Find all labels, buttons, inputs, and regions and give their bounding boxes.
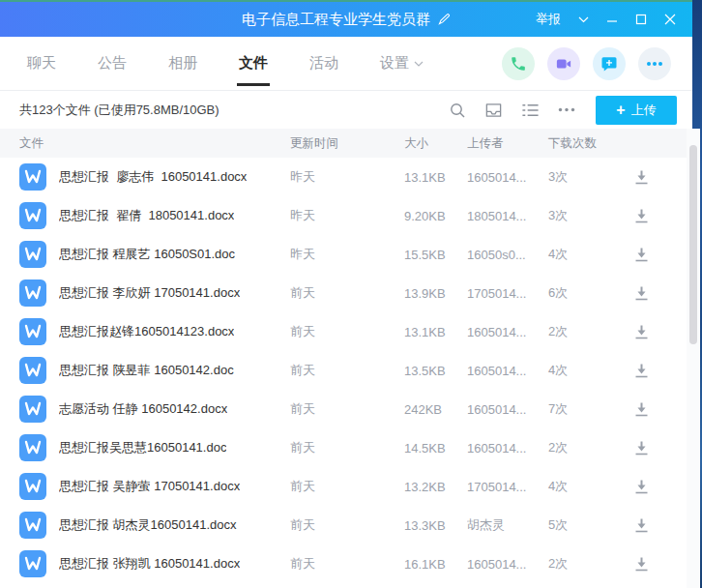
upload-button[interactable]: + 上传 <box>596 96 677 125</box>
table-row[interactable]: 思想汇报 程展艺 16050S01.doc 昨天 15.5KB 16050s0.… <box>0 235 692 274</box>
word-doc-icon <box>19 434 46 461</box>
tab-settings-label: 设置 <box>380 54 409 73</box>
table-row[interactable]: 思想汇报吴思慧16050141.doc 前天 14.5KB 1605014...… <box>0 428 692 467</box>
download-icon[interactable] <box>633 247 650 263</box>
video-call-button[interactable] <box>547 47 580 80</box>
group-file-window: 电子信息工程专业学生党员群 举报 <box>0 0 692 588</box>
file-updated-time: 昨天 <box>290 246 404 263</box>
file-name: 思想汇报 程展艺 16050S01.doc <box>59 246 235 263</box>
file-uploader: 1705014... <box>467 286 548 301</box>
file-uploader: 1605014... <box>467 402 548 417</box>
list-view-icon[interactable] <box>521 103 540 118</box>
file-download-count: 3次 <box>548 168 633 186</box>
download-icon[interactable] <box>633 208 650 224</box>
table-row[interactable]: 思想汇报赵锋1605014123.docx 前天 13.1KB 1605014.… <box>0 312 692 351</box>
file-size: 13.2KB <box>404 480 467 494</box>
table-row[interactable]: 思想汇报 廖志伟 16050141.docx 昨天 13.1KB 1605014… <box>0 158 692 196</box>
file-name: 思想汇报 陕昱菲 16050142.doc <box>59 362 234 379</box>
file-name: 思想汇报吴思慧16050141.doc <box>59 439 226 456</box>
download-icon[interactable] <box>633 401 650 418</box>
file-name: 志愿活动 任静 16050142.docx <box>59 400 227 418</box>
column-header-time: 更新时间 <box>290 135 404 152</box>
download-icon[interactable] <box>633 517 650 534</box>
file-updated-time: 昨天 <box>290 168 404 186</box>
word-doc-icon <box>19 512 46 539</box>
more-actions-button[interactable] <box>638 47 671 80</box>
table-row[interactable]: 思想汇报 张翔凯 16050141.docx 前天 16.1KB 1605014… <box>0 544 692 583</box>
share-to-chat-button[interactable] <box>593 47 626 80</box>
table-header: 文件 更新时间 大小 上传者 下载次数 <box>0 129 692 158</box>
more-options-icon[interactable] <box>558 107 575 112</box>
file-name: 思想汇报 廖志伟 16050141.docx <box>59 168 247 186</box>
download-icon[interactable] <box>633 479 650 495</box>
table-row[interactable]: 志愿活动 任静 16050142.docx 前天 242KB 1605014..… <box>0 390 692 428</box>
download-icon[interactable] <box>633 440 650 456</box>
file-updated-time: 前天 <box>290 400 404 418</box>
minimize-button[interactable] <box>598 1 627 38</box>
word-doc-icon <box>19 202 46 229</box>
file-name: 思想汇报 吴静萤 17050141.docx <box>59 478 240 495</box>
download-icon[interactable] <box>633 169 650 186</box>
voice-call-button[interactable] <box>502 47 535 80</box>
download-icon[interactable] <box>633 285 650 302</box>
chevron-down-icon[interactable] <box>570 1 598 38</box>
file-size: 15.5KB <box>404 248 467 262</box>
file-size: 16.1KB <box>404 557 467 572</box>
file-size: 13.3KB <box>404 518 467 533</box>
report-button[interactable]: 举报 <box>527 1 570 38</box>
word-doc-icon <box>19 396 46 423</box>
download-icon[interactable] <box>633 556 650 573</box>
table-row[interactable]: 思想汇报 李欣妍 17050141.docx 前天 13.9KB 1705014… <box>0 274 692 312</box>
tab-files[interactable]: 文件 <box>239 37 268 90</box>
download-icon[interactable] <box>633 363 650 379</box>
file-name: 思想汇报赵锋1605014123.docx <box>59 323 234 340</box>
file-updated-time: 前天 <box>290 284 404 302</box>
download-icon[interactable] <box>633 324 650 340</box>
column-header-downloads: 下载次数 <box>548 135 633 152</box>
table-row[interactable]: 思想汇报 陕昱菲 16050142.doc 前天 13.5KB 1605014.… <box>0 351 692 390</box>
column-header-file: 文件 <box>19 135 290 152</box>
file-size: 13.9KB <box>404 286 467 301</box>
scrollbar-thumb[interactable] <box>689 145 697 344</box>
file-download-count: 5次 <box>548 516 633 534</box>
file-download-count: 7次 <box>548 400 633 418</box>
window-title: 电子信息工程专业学生党员群 <box>242 11 430 29</box>
file-size: 242KB <box>404 402 467 417</box>
edit-title-icon[interactable] <box>437 13 451 26</box>
file-name: 思想汇报 张翔凯 16050141.docx <box>59 555 240 573</box>
file-name: 思想汇报 李欣妍 17050141.docx <box>59 284 240 302</box>
column-header-uploader: 上传者 <box>467 135 548 152</box>
file-uploader: 胡杰灵 <box>467 516 548 534</box>
message-plus-icon <box>600 55 618 73</box>
file-download-count: 4次 <box>548 246 633 263</box>
word-doc-icon <box>19 279 46 307</box>
titlebar: 电子信息工程专业学生党员群 举报 <box>0 0 692 37</box>
maximize-button[interactable] <box>627 1 656 38</box>
upload-button-label: 上传 <box>631 102 657 119</box>
inbox-icon[interactable] <box>484 102 503 119</box>
tab-activities[interactable]: 活动 <box>309 37 338 90</box>
file-uploader: 1605014... <box>467 557 548 572</box>
chevron-down-icon <box>414 61 424 67</box>
file-size: 14.5KB <box>404 441 467 456</box>
column-header-size: 大小 <box>404 135 467 152</box>
close-button[interactable] <box>656 1 685 38</box>
search-icon[interactable] <box>449 102 466 119</box>
table-row[interactable]: 思想汇报 吴静萤 17050141.docx 前天 13.2KB 1705014… <box>0 467 692 506</box>
tab-files-label: 文件 <box>239 54 268 73</box>
tab-bar: 聊天 公告 相册 文件 活动 设置 <box>0 37 692 91</box>
file-uploader: 1805014... <box>467 209 548 223</box>
file-count-summary: 共123个文件 (已使用75.8MB/10GB) <box>19 102 219 119</box>
table-row[interactable]: 思想汇报 翟倩 18050141.docx 昨天 9.20KB 1805014.… <box>0 196 692 235</box>
tab-settings[interactable]: 设置 <box>380 37 424 90</box>
file-download-count: 4次 <box>548 362 633 379</box>
file-download-count: 2次 <box>548 439 633 456</box>
tab-chat[interactable]: 聊天 <box>27 37 56 90</box>
tab-albums[interactable]: 相册 <box>168 37 197 90</box>
screen: 电子信息工程专业学生党员群 举报 <box>0 0 702 588</box>
word-doc-icon <box>19 318 46 345</box>
tab-chat-label: 聊天 <box>27 54 56 73</box>
file-updated-time: 前天 <box>290 516 404 534</box>
table-row[interactable]: 思想汇报 胡杰灵16050141.docx 前天 13.3KB 胡杰灵 5次 <box>0 506 692 544</box>
tab-announcements[interactable]: 公告 <box>98 37 127 90</box>
